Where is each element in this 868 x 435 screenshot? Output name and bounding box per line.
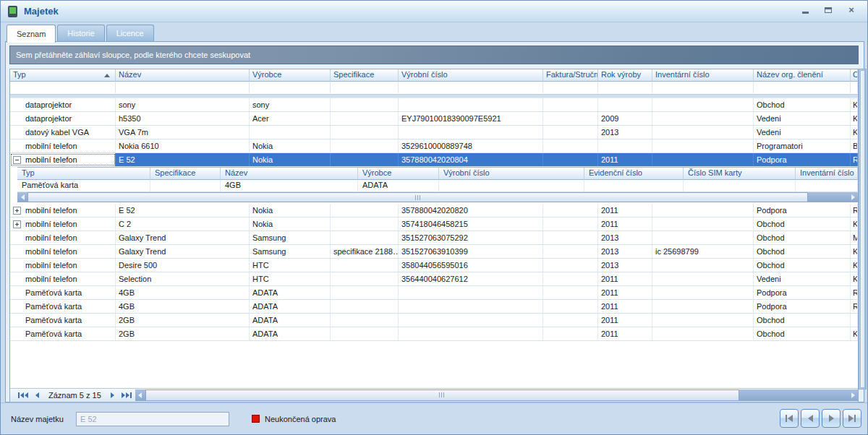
filter-cell-vyrobni-cislo[interactable]: [399, 82, 543, 93]
cell-rok-vyroby[interactable]: 2009: [598, 112, 652, 125]
cell-vyrobni-cislo[interactable]: [399, 314, 543, 327]
cell-vyrobce[interactable]: HTC: [250, 259, 331, 272]
cell-inventarni-cislo[interactable]: [652, 98, 754, 111]
column-header-specifikace[interactable]: Specifikace: [331, 69, 399, 82]
detail-column-header[interactable]: Název: [221, 168, 358, 180]
cell-inventarni-cislo[interactable]: [652, 231, 754, 244]
cell-specifikace[interactable]: [331, 272, 399, 285]
nav-first-button[interactable]: [780, 409, 799, 428]
cell-inventarni-cislo[interactable]: [652, 204, 754, 217]
cell-rok-vyroby[interactable]: [598, 98, 652, 111]
column-header-inventarni-cislo[interactable]: Inventární číslo: [652, 69, 754, 82]
cell-nazev[interactable]: sony: [116, 98, 250, 111]
cell-rok-vyroby[interactable]: 2011: [598, 300, 652, 313]
cell-nazev-org-cleneni[interactable]: Podpora: [754, 153, 851, 166]
detail-cell[interactable]: [439, 180, 584, 192]
table-row[interactable]: Paměťová karta2GBADATA2011Obchod: [10, 314, 858, 327]
cell-faktura-strucna[interactable]: [543, 231, 598, 244]
table-row[interactable]: mobilní telefonGalaxy TrendSamsungspecif…: [10, 245, 858, 259]
cell-c[interactable]: M: [851, 231, 858, 244]
group-by-panel[interactable]: Sem přetáhněte záhlaví sloupce, podle kt…: [9, 46, 859, 64]
cell-vyrobni-cislo[interactable]: 356440040627612: [399, 272, 543, 285]
cell-vyrobni-cislo[interactable]: 3529610000889748: [399, 139, 543, 152]
cell-inventarni-cislo[interactable]: [652, 139, 754, 152]
cell-vyrobce[interactable]: [250, 126, 331, 139]
cell-nazev-org-cleneni[interactable]: Obchod: [754, 98, 851, 111]
cell-nazev[interactable]: Selection: [116, 272, 250, 285]
cell-inventarni-cislo[interactable]: [652, 218, 754, 231]
cell-specifikace[interactable]: [331, 204, 399, 217]
unfinished-repair-indicator[interactable]: [252, 415, 260, 423]
cell-faktura-strucna[interactable]: [543, 300, 598, 313]
filter-cell-rok-vyroby[interactable]: [598, 82, 652, 93]
cell-nazev-org-cleneni[interactable]: Vedeni: [754, 126, 851, 139]
last-record-button[interactable]: [118, 392, 135, 398]
next-record-button[interactable]: [107, 392, 118, 398]
scroll-right-button[interactable]: [848, 192, 858, 202]
cell-faktura-strucna[interactable]: [543, 218, 598, 231]
cell-c[interactable]: [851, 314, 858, 327]
cell-nazev-org-cleneni[interactable]: Podpora: [754, 300, 851, 313]
cell-inventarni-cislo[interactable]: [652, 300, 754, 313]
cell-nazev[interactable]: 4GB: [116, 300, 250, 313]
cell-nazev[interactable]: 2GB: [116, 327, 250, 340]
collapse-button[interactable]: [13, 156, 21, 164]
detail-column-header[interactable]: Číslo SIM karty: [684, 168, 796, 180]
minimize-button[interactable]: [799, 4, 811, 15]
detail-column-header[interactable]: Evidenční číslo: [584, 168, 684, 180]
detail-row[interactable]: Paměťová karta4GBADATA: [17, 180, 858, 192]
cell-typ[interactable]: Paměťová karta: [10, 300, 116, 313]
cell-typ[interactable]: dataprojektor: [10, 112, 116, 125]
detail-cell[interactable]: [150, 180, 221, 192]
cell-nazev[interactable]: Galaxy Trend: [116, 231, 250, 244]
cell-vyrobni-cislo[interactable]: [399, 98, 543, 111]
cell-typ[interactable]: mobilní telefon: [10, 259, 116, 272]
cell-vyrobce[interactable]: Samsung: [250, 245, 331, 258]
detail-cell[interactable]: [584, 180, 684, 192]
detail-horizontal-scrollbar[interactable]: [17, 192, 858, 202]
cell-nazev[interactable]: h5350: [116, 112, 250, 125]
detail-column-header[interactable]: Výrobní číslo: [439, 168, 584, 180]
detail-cell[interactable]: Paměťová karta: [17, 180, 150, 192]
cell-specifikace[interactable]: [331, 327, 399, 340]
cell-typ[interactable]: datový kabel VGA: [10, 126, 116, 139]
cell-faktura-strucna[interactable]: [543, 245, 598, 258]
table-row[interactable]: dataprojektorh5350AcerEYJ79010018390097E…: [10, 112, 858, 126]
cell-typ[interactable]: mobilní telefon: [10, 272, 116, 285]
cell-vyrobni-cislo[interactable]: 357880042020820: [399, 204, 543, 217]
cell-rok-vyroby[interactable]: 2013: [598, 126, 652, 139]
nav-next-button[interactable]: [822, 409, 841, 428]
scrollbar-track[interactable]: [808, 192, 848, 202]
cell-typ[interactable]: dataprojektor: [10, 98, 116, 111]
table-row[interactable]: Paměťová karta4GBADATA2011PodporaR: [10, 286, 858, 300]
cell-nazev-org-cleneni[interactable]: Podpora: [754, 286, 851, 299]
cell-c[interactable]: K: [851, 245, 858, 258]
filter-cell-typ[interactable]: [10, 82, 116, 93]
cell-nazev[interactable]: E 52: [116, 204, 250, 217]
cell-c[interactable]: B: [851, 139, 858, 152]
cell-rok-vyroby[interactable]: 2013: [598, 245, 652, 258]
column-header-faktura-strucna[interactable]: Faktura/Stručná: [543, 69, 598, 82]
cell-vyrobce[interactable]: Nokia: [250, 139, 331, 152]
cell-faktura-strucna[interactable]: [543, 314, 598, 327]
cell-vyrobni-cislo[interactable]: [399, 286, 543, 299]
cell-specifikace[interactable]: [331, 231, 399, 244]
filter-cell-inventarni-cislo[interactable]: [652, 82, 754, 93]
cell-typ[interactable]: mobilní telefon: [10, 218, 116, 231]
filter-cell-vyrobce[interactable]: [250, 82, 331, 93]
filter-cell-faktura-strucna[interactable]: [543, 82, 598, 93]
column-header-nazev-org-cleneni[interactable]: Název org. členění: [754, 69, 851, 82]
asset-name-field[interactable]: [76, 412, 229, 426]
cell-inventarni-cislo[interactable]: [652, 286, 754, 299]
cell-nazev-org-cleneni[interactable]: Obchod: [754, 218, 851, 231]
cell-typ[interactable]: mobilní telefon: [10, 204, 116, 217]
cell-nazev[interactable]: Nokia 6610: [116, 139, 250, 152]
cell-faktura-strucna[interactable]: [543, 112, 598, 125]
cell-vyrobni-cislo[interactable]: 357880042020804: [399, 153, 543, 166]
cell-nazev[interactable]: Desire 500: [116, 259, 250, 272]
cell-inventarni-cislo[interactable]: [652, 259, 754, 272]
cell-typ[interactable]: mobilní telefon: [10, 245, 116, 258]
cell-typ[interactable]: mobilní telefon: [10, 231, 116, 244]
first-record-button[interactable]: [14, 392, 32, 398]
cell-specifikace[interactable]: [331, 112, 399, 125]
